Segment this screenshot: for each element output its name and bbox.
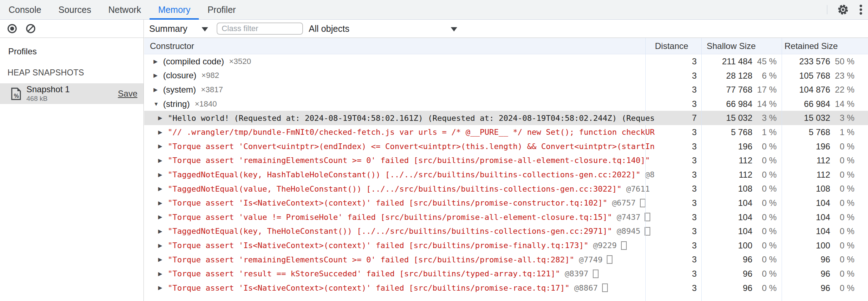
heap-snapshot-file-icon: %	[11, 87, 21, 100]
table-row[interactable]: "Torque assert 'Is<NativeContext>(contex…	[144, 238, 868, 253]
sidebar-item-snapshot-1[interactable]: % Snapshot 1 468 kB Save	[0, 83, 143, 104]
disclosure-triangle-icon[interactable]	[158, 172, 168, 178]
table-row[interactable]: "TaggedNotEqual(key, TheHoleConstant()) …	[144, 224, 868, 238]
reveal-link-icon[interactable]	[607, 255, 612, 264]
settings-gear-icon[interactable]	[837, 3, 849, 16]
more-options-kebab-icon[interactable]	[859, 3, 863, 16]
tab-network[interactable]: Network	[100, 0, 150, 19]
instance-count: ×3817	[201, 85, 223, 94]
disclosure-triangle-icon[interactable]	[158, 200, 168, 206]
disclosure-triangle-icon[interactable]	[158, 129, 168, 135]
reveal-link-icon[interactable]	[621, 241, 627, 250]
distance-value: 3	[692, 54, 697, 69]
retained-size-percent: 0 %	[840, 153, 854, 168]
string-value: "Torque assert 'Is<NativeContext>(contex…	[168, 283, 570, 292]
table-row[interactable]: "Torque assert 'Convert<uintptr>(endInde…	[144, 139, 868, 154]
shallow-size-percent: 3 %	[762, 111, 777, 125]
table-row[interactable]: "// .wrangler/tmp/bundle-FmNIt0/checked-…	[144, 125, 868, 139]
object-id: @7749	[579, 255, 602, 264]
retained-size-value: 96	[821, 267, 830, 281]
disclosure-triangle-icon[interactable]	[158, 228, 168, 235]
disclosure-triangle-icon[interactable]	[158, 242, 168, 249]
retained-size-value: 104 876	[799, 83, 830, 97]
perspective-select[interactable]: Summary	[149, 24, 208, 34]
table-row[interactable]: "Torque assert 'result == kStoreSucceded…	[144, 267, 868, 281]
tabbar-right-controls	[827, 0, 863, 19]
disclosure-triangle-icon[interactable]	[153, 58, 163, 65]
reveal-link-icon[interactable]	[602, 283, 608, 292]
disclosure-triangle-icon[interactable]	[158, 186, 168, 192]
retained-size-percent: 3 %	[840, 111, 854, 125]
disclosure-triangle-icon[interactable]	[158, 285, 168, 291]
shallow-size-percent: 0 %	[762, 281, 777, 295]
tab-console[interactable]: Console	[0, 0, 50, 19]
column-header-shallow-size[interactable]: Shallow Size	[707, 38, 756, 54]
shallow-size-value: 15 032	[726, 111, 752, 125]
retained-size-percent: 0 %	[840, 168, 854, 182]
table-row[interactable]: (string)×1840 3 66 984 14 % 66 984 14 %	[144, 97, 868, 111]
distance-value: 3	[692, 153, 697, 168]
table-row[interactable]: (compiled code)×3520 3 211 484 45 % 233 …	[144, 54, 868, 69]
shallow-size-value: 108	[738, 182, 752, 196]
class-filter-input[interactable]	[217, 23, 303, 35]
string-value: "// .wrangler/tmp/bundle-FmNIt0/checked-…	[168, 128, 655, 137]
shallow-size-percent: 6 %	[762, 69, 777, 83]
disclosure-triangle-icon[interactable]	[153, 101, 163, 107]
disclosure-triangle-icon[interactable]	[153, 87, 163, 93]
disclosure-triangle-icon[interactable]	[158, 271, 168, 277]
table-row[interactable]: "Torque assert 'value != PromiseHole' fa…	[144, 210, 868, 224]
column-header-distance[interactable]: Distance	[655, 38, 688, 54]
object-id: @8	[645, 170, 655, 179]
disclosure-triangle-icon[interactable]	[158, 143, 168, 149]
distance-value: 3	[692, 252, 697, 267]
shallow-size-percent: 0 %	[762, 238, 777, 253]
object-scope-select[interactable]: All objects	[309, 24, 457, 34]
retained-size-value: 100	[816, 238, 830, 253]
string-value: "TaggedNotEqual(key, TheHoleConstant()) …	[168, 227, 612, 236]
disclosure-triangle-icon[interactable]	[158, 214, 168, 220]
record-heap-snapshot-icon[interactable]	[7, 23, 17, 34]
table-row[interactable]: (closure)×982 3 28 128 6 % 105 768 23 %	[144, 69, 868, 83]
table-row[interactable]: "Torque assert 'Is<NativeContext>(contex…	[144, 196, 868, 210]
table-row-selected[interactable]: "Hello world! (Requested at: 2024-08-19T…	[144, 111, 868, 125]
instance-count: ×1840	[195, 99, 217, 109]
tab-memory[interactable]: Memory	[150, 0, 199, 19]
perspective-select-value: Summary	[149, 24, 187, 34]
table-row[interactable]: "Torque assert 'remainingElementsCount >…	[144, 252, 868, 267]
distance-value: 3	[692, 69, 697, 83]
clear-profiles-icon[interactable]	[25, 23, 36, 34]
tab-profiler[interactable]: Profiler	[199, 0, 244, 19]
distance-value: 3	[692, 139, 697, 154]
string-value: "Hello world! (Requested at: 2024-08-19T…	[168, 114, 655, 123]
retained-size-percent: 0 %	[840, 252, 854, 267]
tab-sources[interactable]: Sources	[50, 0, 100, 19]
reveal-link-icon[interactable]	[593, 270, 599, 278]
object-id: @9229	[593, 241, 617, 250]
retained-size-value: 196	[816, 139, 830, 154]
save-snapshot-link[interactable]: Save	[118, 89, 137, 99]
table-row[interactable]: "Torque assert 'remainingElementsCount >…	[144, 153, 868, 168]
string-value: "Torque assert 'remainingElementsCount >…	[168, 156, 650, 165]
disclosure-triangle-icon[interactable]	[158, 157, 168, 164]
shallow-size-percent: 0 %	[762, 267, 777, 281]
disclosure-triangle-icon[interactable]	[158, 256, 168, 263]
snapshot-size: 468 kB	[26, 95, 70, 103]
retained-size-percent: 22 %	[835, 83, 854, 97]
string-value: "Torque assert 'Convert<uintptr>(endInde…	[168, 142, 655, 151]
shallow-size-value: 112	[739, 168, 752, 182]
table-row[interactable]: (system)×3817 3 77 768 17 % 104 876 22 %	[144, 83, 868, 97]
disclosure-triangle-icon[interactable]	[158, 115, 168, 121]
shallow-size-value: 96	[743, 281, 752, 295]
table-row[interactable]: "TaggedNotEqual(value, TheHoleConstant()…	[144, 182, 868, 196]
devtools-memory-panel: Console Sources Network Memory Profiler	[0, 0, 868, 301]
column-header-retained-size[interactable]: Retained Size	[784, 38, 838, 54]
distance-value: 3	[692, 97, 697, 111]
disclosure-triangle-icon[interactable]	[153, 72, 163, 79]
string-value: "Torque assert 'Is<NativeContext>(contex…	[168, 241, 589, 250]
table-row[interactable]: "Torque assert 'Is<NativeContext>(contex…	[144, 281, 868, 295]
distance-value: 3	[692, 224, 697, 238]
svg-text:%: %	[14, 93, 19, 99]
reveal-link-icon[interactable]	[640, 199, 646, 207]
column-header-constructor[interactable]: Constructor	[150, 38, 194, 54]
table-row[interactable]: "TaggedNotEqual(key, HashTableHoleConsta…	[144, 168, 868, 182]
